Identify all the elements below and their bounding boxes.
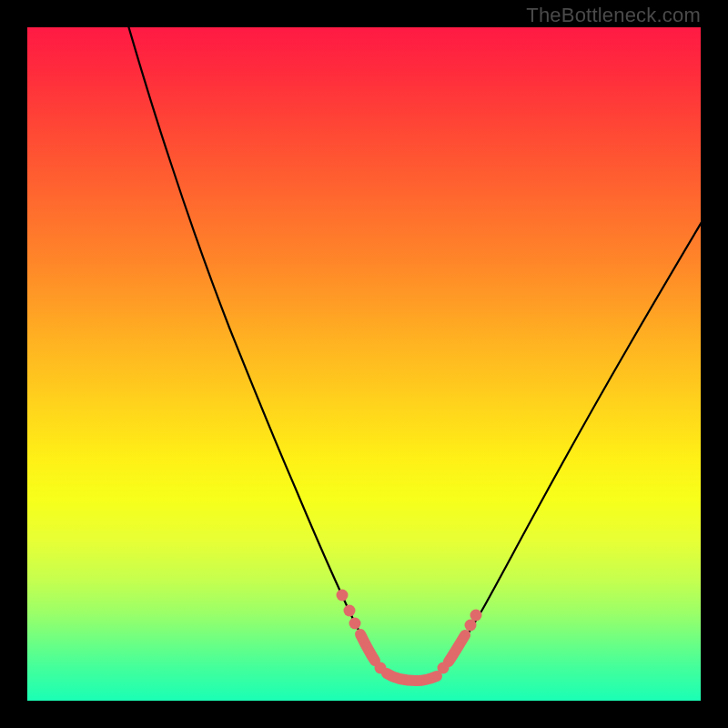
bead-segment-left <box>360 634 375 661</box>
bead-segment-bottom <box>387 673 437 681</box>
bead-dot <box>344 605 356 617</box>
bead-dot <box>465 620 477 632</box>
bead-dot <box>470 610 482 622</box>
bead-dot <box>349 618 361 630</box>
chart-frame: TheBottleneck.com <box>0 0 728 728</box>
watermark-text: TheBottleneck.com <box>526 4 701 27</box>
bead-dot <box>337 590 349 602</box>
bottleneck-curve <box>122 27 701 681</box>
bead-segment-right <box>449 635 465 662</box>
plot-area <box>27 27 701 701</box>
bottleneck-curve-svg <box>27 27 701 701</box>
